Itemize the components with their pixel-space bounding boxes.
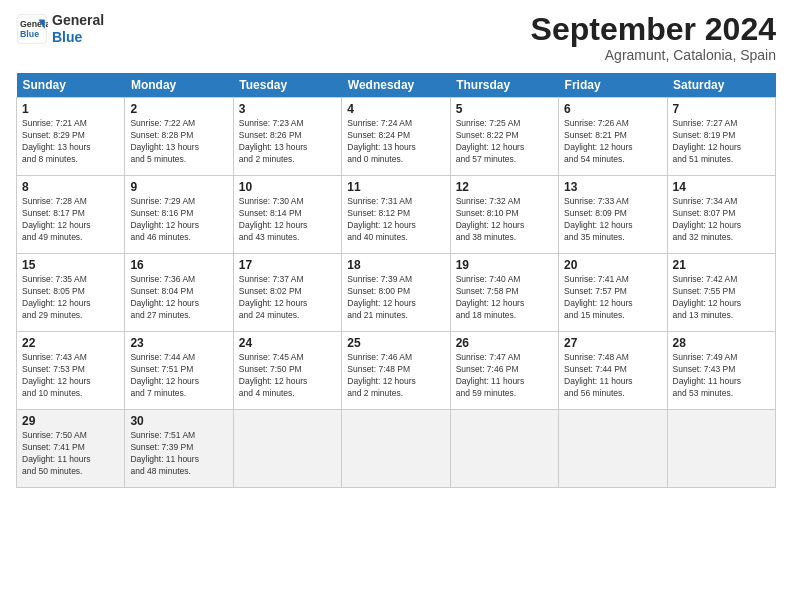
title-block: September 2024 Agramunt, Catalonia, Spai… bbox=[531, 12, 776, 63]
day-number: 8 bbox=[22, 180, 119, 194]
svg-text:Blue: Blue bbox=[20, 29, 39, 39]
day-number: 1 bbox=[22, 102, 119, 116]
day-number: 29 bbox=[22, 414, 119, 428]
table-row: 8Sunrise: 7:28 AM Sunset: 8:17 PM Daylig… bbox=[17, 176, 125, 254]
table-row bbox=[450, 410, 558, 488]
day-number: 22 bbox=[22, 336, 119, 350]
calendar-row: 22Sunrise: 7:43 AM Sunset: 7:53 PM Dayli… bbox=[17, 332, 776, 410]
day-info: Sunrise: 7:48 AM Sunset: 7:44 PM Dayligh… bbox=[564, 352, 661, 400]
day-info: Sunrise: 7:21 AM Sunset: 8:29 PM Dayligh… bbox=[22, 118, 119, 166]
day-number: 4 bbox=[347, 102, 444, 116]
table-row: 1Sunrise: 7:21 AM Sunset: 8:29 PM Daylig… bbox=[17, 98, 125, 176]
day-number: 27 bbox=[564, 336, 661, 350]
table-row: 29Sunrise: 7:50 AM Sunset: 7:41 PM Dayli… bbox=[17, 410, 125, 488]
day-info: Sunrise: 7:41 AM Sunset: 7:57 PM Dayligh… bbox=[564, 274, 661, 322]
day-number: 18 bbox=[347, 258, 444, 272]
weekday-header-row: Sunday Monday Tuesday Wednesday Thursday… bbox=[17, 73, 776, 98]
page: General Blue General Blue September 2024… bbox=[0, 0, 792, 612]
day-info: Sunrise: 7:49 AM Sunset: 7:43 PM Dayligh… bbox=[673, 352, 770, 400]
day-number: 3 bbox=[239, 102, 336, 116]
day-info: Sunrise: 7:29 AM Sunset: 8:16 PM Dayligh… bbox=[130, 196, 227, 244]
day-info: Sunrise: 7:43 AM Sunset: 7:53 PM Dayligh… bbox=[22, 352, 119, 400]
day-info: Sunrise: 7:40 AM Sunset: 7:58 PM Dayligh… bbox=[456, 274, 553, 322]
table-row: 23Sunrise: 7:44 AM Sunset: 7:51 PM Dayli… bbox=[125, 332, 233, 410]
table-row: 18Sunrise: 7:39 AM Sunset: 8:00 PM Dayli… bbox=[342, 254, 450, 332]
table-row: 17Sunrise: 7:37 AM Sunset: 8:02 PM Dayli… bbox=[233, 254, 341, 332]
day-info: Sunrise: 7:24 AM Sunset: 8:24 PM Dayligh… bbox=[347, 118, 444, 166]
day-number: 10 bbox=[239, 180, 336, 194]
day-info: Sunrise: 7:39 AM Sunset: 8:00 PM Dayligh… bbox=[347, 274, 444, 322]
day-number: 2 bbox=[130, 102, 227, 116]
day-number: 14 bbox=[673, 180, 770, 194]
day-number: 16 bbox=[130, 258, 227, 272]
header-wednesday: Wednesday bbox=[342, 73, 450, 98]
table-row: 5Sunrise: 7:25 AM Sunset: 8:22 PM Daylig… bbox=[450, 98, 558, 176]
month-title: September 2024 bbox=[531, 12, 776, 47]
day-info: Sunrise: 7:45 AM Sunset: 7:50 PM Dayligh… bbox=[239, 352, 336, 400]
calendar-row: 15Sunrise: 7:35 AM Sunset: 8:05 PM Dayli… bbox=[17, 254, 776, 332]
table-row: 24Sunrise: 7:45 AM Sunset: 7:50 PM Dayli… bbox=[233, 332, 341, 410]
day-info: Sunrise: 7:28 AM Sunset: 8:17 PM Dayligh… bbox=[22, 196, 119, 244]
calendar-table: Sunday Monday Tuesday Wednesday Thursday… bbox=[16, 73, 776, 488]
table-row: 7Sunrise: 7:27 AM Sunset: 8:19 PM Daylig… bbox=[667, 98, 775, 176]
table-row: 6Sunrise: 7:26 AM Sunset: 8:21 PM Daylig… bbox=[559, 98, 667, 176]
table-row bbox=[667, 410, 775, 488]
day-number: 28 bbox=[673, 336, 770, 350]
day-info: Sunrise: 7:31 AM Sunset: 8:12 PM Dayligh… bbox=[347, 196, 444, 244]
day-info: Sunrise: 7:47 AM Sunset: 7:46 PM Dayligh… bbox=[456, 352, 553, 400]
table-row: 4Sunrise: 7:24 AM Sunset: 8:24 PM Daylig… bbox=[342, 98, 450, 176]
table-row: 10Sunrise: 7:30 AM Sunset: 8:14 PM Dayli… bbox=[233, 176, 341, 254]
table-row: 20Sunrise: 7:41 AM Sunset: 7:57 PM Dayli… bbox=[559, 254, 667, 332]
day-info: Sunrise: 7:37 AM Sunset: 8:02 PM Dayligh… bbox=[239, 274, 336, 322]
day-info: Sunrise: 7:46 AM Sunset: 7:48 PM Dayligh… bbox=[347, 352, 444, 400]
day-number: 21 bbox=[673, 258, 770, 272]
header-friday: Friday bbox=[559, 73, 667, 98]
day-info: Sunrise: 7:35 AM Sunset: 8:05 PM Dayligh… bbox=[22, 274, 119, 322]
day-info: Sunrise: 7:23 AM Sunset: 8:26 PM Dayligh… bbox=[239, 118, 336, 166]
table-row: 30Sunrise: 7:51 AM Sunset: 7:39 PM Dayli… bbox=[125, 410, 233, 488]
day-info: Sunrise: 7:50 AM Sunset: 7:41 PM Dayligh… bbox=[22, 430, 119, 478]
table-row: 22Sunrise: 7:43 AM Sunset: 7:53 PM Dayli… bbox=[17, 332, 125, 410]
header-monday: Monday bbox=[125, 73, 233, 98]
table-row: 3Sunrise: 7:23 AM Sunset: 8:26 PM Daylig… bbox=[233, 98, 341, 176]
day-number: 7 bbox=[673, 102, 770, 116]
day-number: 26 bbox=[456, 336, 553, 350]
day-number: 15 bbox=[22, 258, 119, 272]
day-info: Sunrise: 7:42 AM Sunset: 7:55 PM Dayligh… bbox=[673, 274, 770, 322]
calendar-row: 29Sunrise: 7:50 AM Sunset: 7:41 PM Dayli… bbox=[17, 410, 776, 488]
table-row: 13Sunrise: 7:33 AM Sunset: 8:09 PM Dayli… bbox=[559, 176, 667, 254]
header-sunday: Sunday bbox=[17, 73, 125, 98]
table-row: 21Sunrise: 7:42 AM Sunset: 7:55 PM Dayli… bbox=[667, 254, 775, 332]
table-row: 15Sunrise: 7:35 AM Sunset: 8:05 PM Dayli… bbox=[17, 254, 125, 332]
day-info: Sunrise: 7:44 AM Sunset: 7:51 PM Dayligh… bbox=[130, 352, 227, 400]
day-info: Sunrise: 7:36 AM Sunset: 8:04 PM Dayligh… bbox=[130, 274, 227, 322]
day-info: Sunrise: 7:51 AM Sunset: 7:39 PM Dayligh… bbox=[130, 430, 227, 478]
day-number: 5 bbox=[456, 102, 553, 116]
day-number: 19 bbox=[456, 258, 553, 272]
table-row bbox=[342, 410, 450, 488]
calendar-row: 1Sunrise: 7:21 AM Sunset: 8:29 PM Daylig… bbox=[17, 98, 776, 176]
day-number: 9 bbox=[130, 180, 227, 194]
day-info: Sunrise: 7:22 AM Sunset: 8:28 PM Dayligh… bbox=[130, 118, 227, 166]
day-info: Sunrise: 7:30 AM Sunset: 8:14 PM Dayligh… bbox=[239, 196, 336, 244]
table-row: 27Sunrise: 7:48 AM Sunset: 7:44 PM Dayli… bbox=[559, 332, 667, 410]
day-number: 30 bbox=[130, 414, 227, 428]
logo-icon: General Blue bbox=[16, 13, 48, 45]
table-row: 28Sunrise: 7:49 AM Sunset: 7:43 PM Dayli… bbox=[667, 332, 775, 410]
table-row bbox=[233, 410, 341, 488]
day-info: Sunrise: 7:25 AM Sunset: 8:22 PM Dayligh… bbox=[456, 118, 553, 166]
logo: General Blue General Blue bbox=[16, 12, 104, 46]
table-row: 14Sunrise: 7:34 AM Sunset: 8:07 PM Dayli… bbox=[667, 176, 775, 254]
header-tuesday: Tuesday bbox=[233, 73, 341, 98]
day-info: Sunrise: 7:26 AM Sunset: 8:21 PM Dayligh… bbox=[564, 118, 661, 166]
table-row: 16Sunrise: 7:36 AM Sunset: 8:04 PM Dayli… bbox=[125, 254, 233, 332]
day-number: 20 bbox=[564, 258, 661, 272]
day-number: 11 bbox=[347, 180, 444, 194]
day-number: 23 bbox=[130, 336, 227, 350]
table-row: 2Sunrise: 7:22 AM Sunset: 8:28 PM Daylig… bbox=[125, 98, 233, 176]
day-number: 12 bbox=[456, 180, 553, 194]
logo-blue: Blue bbox=[52, 29, 104, 46]
day-info: Sunrise: 7:27 AM Sunset: 8:19 PM Dayligh… bbox=[673, 118, 770, 166]
table-row: 12Sunrise: 7:32 AM Sunset: 8:10 PM Dayli… bbox=[450, 176, 558, 254]
header: General Blue General Blue September 2024… bbox=[16, 12, 776, 63]
